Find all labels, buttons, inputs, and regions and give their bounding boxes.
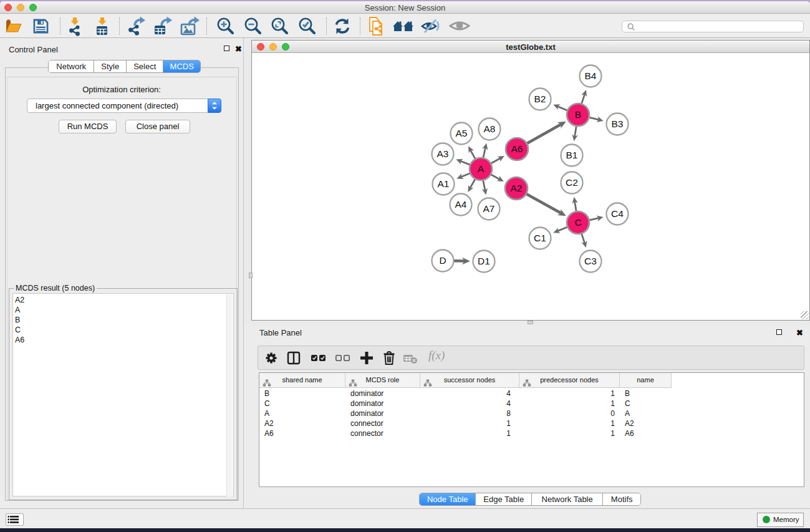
- svg-text:C2: C2: [566, 177, 578, 188]
- svg-text:A: A: [478, 163, 485, 174]
- svg-text:C4: C4: [611, 208, 624, 219]
- svg-text:B4: B4: [585, 70, 597, 81]
- svg-text:A2: A2: [511, 183, 523, 193]
- svg-text:C: C: [574, 217, 581, 228]
- svg-text:A8: A8: [484, 123, 496, 134]
- svg-text:A5: A5: [456, 128, 468, 138]
- svg-text:D: D: [439, 255, 446, 266]
- svg-text:A4: A4: [455, 199, 467, 210]
- svg-text:A1: A1: [438, 178, 450, 189]
- svg-text:C1: C1: [534, 233, 546, 243]
- svg-text:D1: D1: [478, 256, 490, 266]
- svg-text:A3: A3: [437, 148, 449, 159]
- svg-text:C3: C3: [584, 256, 597, 266]
- svg-text:B3: B3: [612, 118, 624, 129]
- svg-text:A7: A7: [483, 203, 495, 214]
- svg-text:B1: B1: [566, 150, 578, 160]
- svg-text:B2: B2: [534, 94, 546, 104]
- svg-text:B: B: [575, 109, 581, 120]
- svg-text:A6: A6: [511, 143, 523, 154]
